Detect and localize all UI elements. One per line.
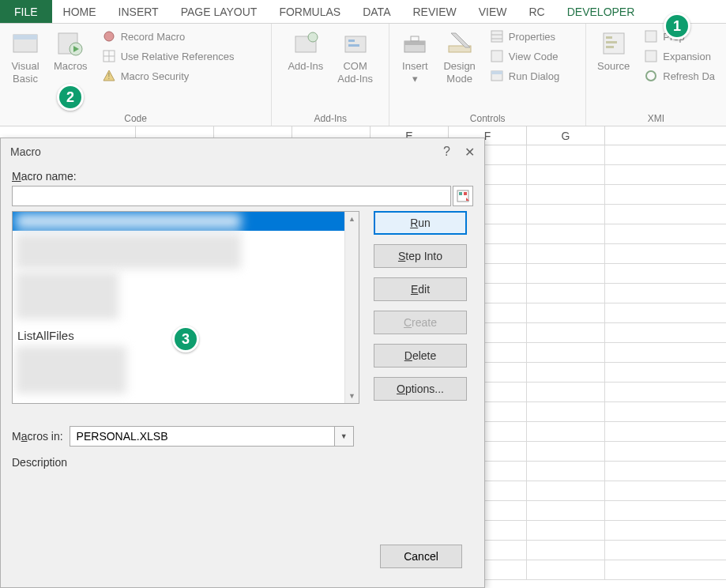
- toolbox-icon: [401, 30, 428, 57]
- design-mode-button[interactable]: Design Mode: [438, 27, 480, 110]
- insert-label: Insert▾: [402, 60, 428, 85]
- svg-rect-31: [645, 31, 656, 42]
- cancel-button[interactable]: Cancel: [380, 545, 462, 568]
- svg-rect-1: [13, 35, 37, 40]
- edit-button[interactable]: Edit: [374, 277, 467, 301]
- tab-rc[interactable]: RC: [517, 0, 555, 23]
- svg-rect-14: [348, 40, 355, 42]
- svg-marker-20: [451, 33, 470, 47]
- group-addins: Add-Ins COM Add-Ins Add-Ins: [272, 24, 389, 126]
- visual-basic-label: Visual Basic: [11, 60, 39, 85]
- dialog-titlebar[interactable]: Macro ? ✕: [1, 138, 484, 165]
- tab-developer[interactable]: DEVELOPER: [556, 0, 646, 23]
- code-icon: [490, 49, 504, 63]
- svg-rect-26: [491, 71, 502, 74]
- com-addins-label: COM Add-Ins: [337, 60, 373, 85]
- col-g[interactable]: G: [527, 126, 605, 145]
- source-icon: [600, 30, 627, 57]
- macros-label: Macros: [54, 60, 88, 73]
- svg-point-12: [308, 32, 318, 42]
- source-button[interactable]: Source: [592, 27, 634, 110]
- macro-security-button[interactable]: ! Macro Security: [97, 66, 239, 85]
- group-xml: Source Prop Expansion Refresh Da XMI: [586, 24, 726, 126]
- relative-refs-label: Use Relative References: [121, 51, 235, 62]
- properties-button[interactable]: Properties: [485, 27, 564, 46]
- expansion-label: Expansion: [663, 51, 711, 62]
- selected-macro-row[interactable]: [13, 212, 344, 231]
- record-macro-label: Record Macro: [121, 31, 186, 43]
- refresh-icon: [644, 69, 658, 83]
- macro-name-input[interactable]: [12, 186, 451, 206]
- delete-button[interactable]: Delete: [374, 344, 467, 368]
- help-button[interactable]: ?: [443, 145, 450, 159]
- relative-refs-button[interactable]: Use Relative References: [97, 47, 239, 66]
- macro-list[interactable]: ListAllFiles ▲ ▼: [12, 211, 359, 404]
- macro-picker-button[interactable]: [453, 186, 473, 206]
- run-dialog-label: Run Dialog: [509, 70, 559, 82]
- tab-file[interactable]: FILE: [0, 0, 52, 23]
- scroll-down-icon[interactable]: ▼: [345, 389, 359, 403]
- tab-page-layout[interactable]: PAGE LAYOUT: [170, 0, 269, 23]
- group-code: Visual Basic Macros Record Macro Use Rel…: [0, 24, 272, 126]
- visual-basic-button[interactable]: Visual Basic: [6, 27, 44, 110]
- view-code-button[interactable]: View Code: [485, 47, 564, 66]
- create-button: Create: [374, 311, 467, 334]
- expansion-button[interactable]: Expansion: [639, 47, 720, 66]
- svg-rect-17: [404, 41, 425, 45]
- svg-rect-28: [606, 36, 612, 39]
- addins-label: Add-Ins: [288, 60, 323, 73]
- ribbon-tabs: FILE HOME INSERT PAGE LAYOUT FORMULAS DA…: [0, 0, 726, 24]
- record-macro-button[interactable]: Record Macro: [97, 27, 239, 46]
- macro-name-label: Macro name:: [12, 170, 473, 183]
- spreadsheet-picker-icon: [457, 190, 469, 202]
- step-2-badge: 2: [57, 84, 84, 111]
- insert-button[interactable]: Insert▾: [396, 27, 434, 110]
- properties-label: Properties: [509, 31, 555, 43]
- com-addins-button[interactable]: COM Add-Ins: [333, 27, 378, 110]
- refresh-button[interactable]: Refresh Da: [639, 66, 720, 85]
- svg-rect-15: [348, 44, 359, 47]
- options-button[interactable]: Options...: [374, 377, 467, 401]
- ribbon: Visual Basic Macros Record Macro Use Rel…: [0, 24, 726, 126]
- step-3-badge: 3: [172, 326, 199, 352]
- svg-text:!: !: [107, 72, 110, 81]
- tab-review[interactable]: REVIEW: [401, 0, 467, 23]
- macros-in-label: Macros in:: [12, 430, 63, 443]
- refresh-label: Refresh Da: [663, 70, 715, 82]
- svg-point-5: [104, 32, 114, 41]
- run-button[interactable]: Run: [374, 211, 467, 235]
- tab-insert[interactable]: INSERT: [107, 0, 170, 23]
- ruler-icon: [446, 30, 473, 57]
- list-scrollbar[interactable]: ▲ ▼: [344, 212, 359, 403]
- blurred-item: [16, 272, 118, 319]
- tab-home[interactable]: HOME: [52, 0, 107, 23]
- visual-basic-icon: [12, 30, 39, 57]
- expansion-icon: [644, 49, 658, 63]
- macros-in-value: PERSONAL.XLSB: [70, 426, 335, 447]
- com-addins-icon: [342, 30, 369, 57]
- addins-button[interactable]: Add-Ins: [283, 27, 328, 110]
- run-dialog-button[interactable]: Run Dialog: [485, 66, 564, 85]
- tab-view[interactable]: VIEW: [468, 0, 518, 23]
- scroll-up-icon[interactable]: ▲: [345, 212, 359, 226]
- addins-icon: [292, 30, 319, 57]
- step-into-button[interactable]: Step Into: [374, 244, 467, 268]
- chevron-down-icon[interactable]: ▼: [335, 426, 354, 447]
- step-1-badge: 1: [664, 13, 690, 40]
- svg-rect-29: [606, 41, 617, 43]
- svg-rect-24: [491, 51, 502, 62]
- tab-formulas[interactable]: FORMULAS: [268, 0, 352, 23]
- blurred-item: [16, 346, 126, 394]
- grid-icon: [102, 49, 116, 63]
- view-code-label: View Code: [509, 51, 559, 62]
- svg-rect-32: [645, 51, 656, 62]
- macro-list-item[interactable]: ListAllFiles: [17, 329, 74, 342]
- map-props-icon: [644, 29, 658, 43]
- svg-rect-18: [411, 36, 419, 41]
- description-label: Description: [12, 456, 473, 469]
- group-controls-label: Controls: [396, 110, 579, 124]
- svg-rect-21: [491, 31, 502, 42]
- close-button[interactable]: ✕: [465, 145, 475, 160]
- tab-data[interactable]: DATA: [352, 0, 401, 23]
- macros-in-select[interactable]: PERSONAL.XLSB ▼: [70, 426, 354, 447]
